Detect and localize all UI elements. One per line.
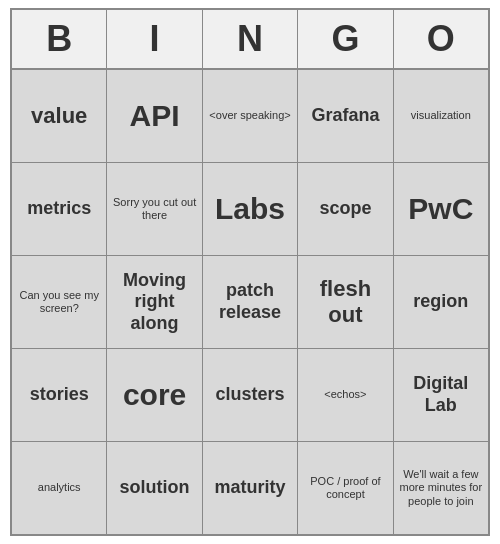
cell-3-0[interactable]: stories: [12, 349, 107, 441]
grid-row-1: metrics Sorry you cut out there Labs sco…: [12, 163, 488, 256]
header-n: N: [203, 10, 298, 68]
bingo-grid: value API <over speaking> Grafana visual…: [12, 70, 488, 534]
cell-0-4[interactable]: visualization: [394, 70, 488, 162]
cell-0-2[interactable]: <over speaking>: [203, 70, 298, 162]
cell-1-3[interactable]: scope: [298, 163, 393, 255]
cell-1-2[interactable]: Labs: [203, 163, 298, 255]
cell-1-1[interactable]: Sorry you cut out there: [107, 163, 202, 255]
cell-2-2[interactable]: patch release: [203, 256, 298, 348]
cell-0-3[interactable]: Grafana: [298, 70, 393, 162]
cell-4-0[interactable]: analytics: [12, 442, 107, 534]
cell-2-4[interactable]: region: [394, 256, 488, 348]
cell-3-1[interactable]: core: [107, 349, 202, 441]
grid-row-3: stories core clusters <echos> Digital La…: [12, 349, 488, 442]
cell-1-0[interactable]: metrics: [12, 163, 107, 255]
header-row: B I N G O: [12, 10, 488, 70]
cell-3-2[interactable]: clusters: [203, 349, 298, 441]
cell-4-2[interactable]: maturity: [203, 442, 298, 534]
cell-0-1[interactable]: API: [107, 70, 202, 162]
cell-4-3[interactable]: POC / proof of concept: [298, 442, 393, 534]
bingo-card: B I N G O value API <over speaking> Graf…: [10, 8, 490, 536]
grid-row-4: analytics solution maturity POC / proof …: [12, 442, 488, 534]
grid-row-2: Can you see my screen? Moving right alon…: [12, 256, 488, 349]
grid-row-0: value API <over speaking> Grafana visual…: [12, 70, 488, 163]
cell-3-3[interactable]: <echos>: [298, 349, 393, 441]
header-o: O: [394, 10, 488, 68]
cell-2-3[interactable]: flesh out: [298, 256, 393, 348]
header-g: G: [298, 10, 393, 68]
cell-4-4[interactable]: We'll wait a few more minutes for people…: [394, 442, 488, 534]
cell-2-0[interactable]: Can you see my screen?: [12, 256, 107, 348]
cell-4-1[interactable]: solution: [107, 442, 202, 534]
cell-0-0[interactable]: value: [12, 70, 107, 162]
cell-2-1[interactable]: Moving right along: [107, 256, 202, 348]
header-i: I: [107, 10, 202, 68]
cell-3-4[interactable]: Digital Lab: [394, 349, 488, 441]
header-b: B: [12, 10, 107, 68]
cell-1-4[interactable]: PwC: [394, 163, 488, 255]
